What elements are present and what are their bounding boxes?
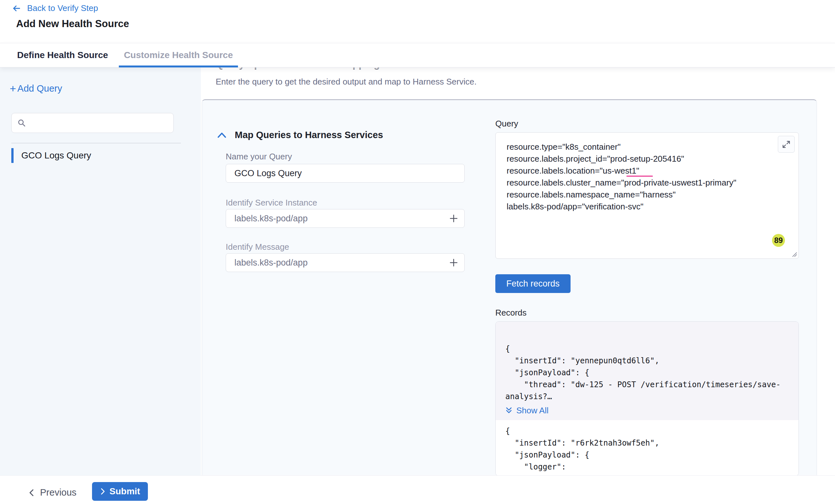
section-subheading: Enter the query to get the desired outpu…: [216, 77, 476, 87]
submit-button[interactable]: Submit: [92, 482, 148, 501]
sidebar-divider: [11, 143, 181, 143]
chevron-right-icon: [100, 488, 106, 495]
char-count-badge: 89: [772, 234, 785, 247]
identify-service-instance-field: [226, 209, 465, 228]
query-input[interactable]: resource.type="k8s_container" resource.l…: [496, 133, 798, 221]
fullscreen-icon: [782, 140, 791, 149]
identify-service-instance-label: Identify Service Instance: [226, 198, 317, 208]
resize-grip-icon[interactable]: [791, 251, 797, 257]
tab-customize-health-source[interactable]: Customize Health Source: [119, 43, 238, 67]
identify-message-input[interactable]: [235, 258, 449, 268]
fetch-records-button[interactable]: Fetch records: [495, 274, 571, 293]
submit-label: Submit: [109, 486, 140, 497]
records-label: Records: [495, 308, 527, 318]
health-source-tabs: Define Health Source Customize Health So…: [0, 43, 835, 67]
record-item: { "insertId": "yennepun0qtd6ll6", "jsonP…: [496, 322, 798, 420]
selected-indicator: [11, 148, 14, 163]
query-item-label: GCO Logs Query: [21, 150, 91, 161]
plus-icon[interactable]: [449, 258, 459, 268]
add-query-button[interactable]: + Add Query: [10, 83, 62, 94]
name-query-field-wrap: [226, 164, 465, 183]
add-new-health-source-page: Back to Verify Step Add New Health Sourc…: [0, 0, 835, 504]
back-link[interactable]: Back to Verify Step: [12, 3, 98, 13]
page-title: Add New Health Source: [16, 18, 129, 30]
record-json: { "insertId": "yennepun0qtd6ll6", "jsonP…: [505, 343, 789, 403]
query-search-box[interactable]: [11, 113, 174, 133]
records-panel: { "insertId": "yennepun0qtd6ll6", "jsonP…: [495, 321, 799, 476]
name-query-input[interactable]: [226, 164, 465, 183]
chevron-up-icon: [217, 132, 226, 139]
search-icon: [17, 119, 26, 127]
tab-define-health-source[interactable]: Define Health Source: [17, 43, 108, 67]
tab-label: Customize Health Source: [124, 50, 233, 60]
service-instance-input[interactable]: [235, 214, 449, 224]
expand-query-button[interactable]: [778, 136, 795, 153]
previous-label: Previous: [40, 487, 77, 498]
record-json: { "insertId": "r6rk2tnah3owf5eh", "jsonP…: [505, 425, 789, 476]
active-tab-indicator: [119, 65, 238, 67]
show-all-link[interactable]: Show All: [505, 404, 789, 417]
record-item: { "insertId": "r6rk2tnah3owf5eh", "jsonP…: [496, 420, 798, 476]
query-list-item-gco-logs[interactable]: GCO Logs Query: [11, 148, 91, 163]
map-queries-title: Map Queries to Harness Services: [235, 130, 383, 140]
spellcheck-underline: [626, 175, 653, 177]
previous-button[interactable]: Previous: [28, 487, 77, 498]
back-link-label: Back to Verify Step: [27, 3, 98, 13]
chevron-left-icon: [28, 489, 35, 497]
wizard-footer: Previous Submit: [0, 475, 835, 504]
query-mapping-card: Map Queries to Harness Services Name you…: [202, 99, 817, 475]
map-queries-section-header[interactable]: Map Queries to Harness Services: [217, 130, 383, 140]
add-query-label: Add Query: [17, 83, 62, 94]
search-input[interactable]: [30, 118, 168, 128]
plus-icon: +: [10, 83, 16, 94]
tab-label: Define Health Source: [17, 50, 108, 60]
name-query-label: Name your Query: [226, 152, 292, 162]
query-sidebar: + Add Query GCO Logs Query: [0, 67, 201, 475]
query-label: Query: [495, 119, 518, 129]
identify-message-label: Identify Message: [226, 242, 289, 252]
query-editor: resource.type="k8s_container" resource.l…: [495, 132, 799, 259]
identify-message-field: [226, 253, 465, 272]
show-all-label: Show All: [516, 405, 549, 416]
double-chevron-down-icon: [505, 407, 512, 414]
arrow-left-icon: [12, 4, 21, 13]
plus-icon[interactable]: [449, 214, 459, 223]
